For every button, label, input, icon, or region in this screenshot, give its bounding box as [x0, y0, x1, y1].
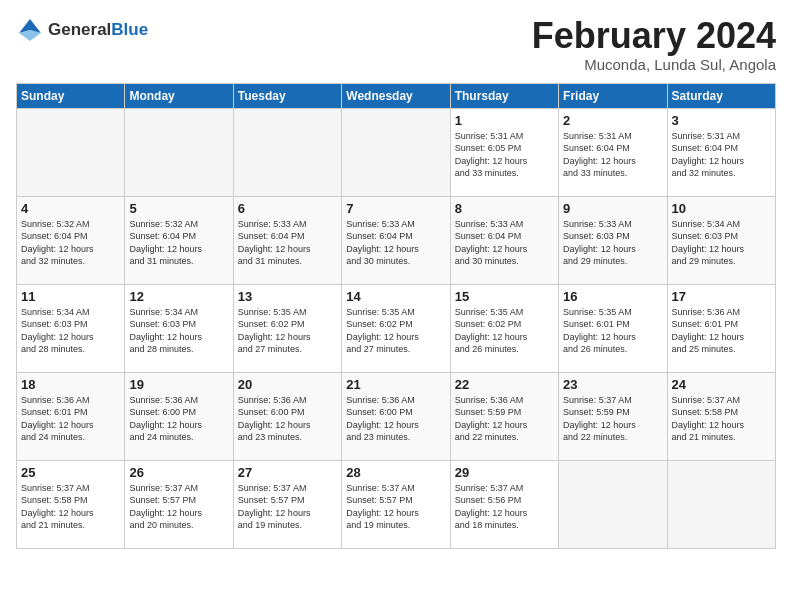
calendar-cell: 29Sunrise: 5:37 AM Sunset: 5:56 PM Dayli… [450, 460, 558, 548]
day-number: 13 [238, 289, 337, 304]
calendar-cell: 27Sunrise: 5:37 AM Sunset: 5:57 PM Dayli… [233, 460, 341, 548]
day-number: 12 [129, 289, 228, 304]
calendar-cell: 15Sunrise: 5:35 AM Sunset: 6:02 PM Dayli… [450, 284, 558, 372]
day-info: Sunrise: 5:36 AM Sunset: 6:00 PM Dayligh… [129, 394, 228, 444]
day-info: Sunrise: 5:36 AM Sunset: 6:00 PM Dayligh… [238, 394, 337, 444]
day-info: Sunrise: 5:34 AM Sunset: 6:03 PM Dayligh… [672, 218, 771, 268]
day-info: Sunrise: 5:33 AM Sunset: 6:04 PM Dayligh… [238, 218, 337, 268]
day-number: 20 [238, 377, 337, 392]
day-number: 8 [455, 201, 554, 216]
calendar-table: SundayMondayTuesdayWednesdayThursdayFrid… [16, 83, 776, 549]
title-block: February 2024 Muconda, Lunda Sul, Angola [532, 16, 776, 73]
calendar-cell [233, 108, 341, 196]
calendar-cell: 11Sunrise: 5:34 AM Sunset: 6:03 PM Dayli… [17, 284, 125, 372]
day-number: 5 [129, 201, 228, 216]
day-number: 9 [563, 201, 662, 216]
calendar-cell: 6Sunrise: 5:33 AM Sunset: 6:04 PM Daylig… [233, 196, 341, 284]
calendar-cell: 23Sunrise: 5:37 AM Sunset: 5:59 PM Dayli… [559, 372, 667, 460]
calendar-cell: 2Sunrise: 5:31 AM Sunset: 6:04 PM Daylig… [559, 108, 667, 196]
calendar-cell [559, 460, 667, 548]
calendar-cell: 17Sunrise: 5:36 AM Sunset: 6:01 PM Dayli… [667, 284, 775, 372]
day-info: Sunrise: 5:35 AM Sunset: 6:02 PM Dayligh… [238, 306, 337, 356]
day-info: Sunrise: 5:35 AM Sunset: 6:02 PM Dayligh… [346, 306, 445, 356]
calendar-cell: 5Sunrise: 5:32 AM Sunset: 6:04 PM Daylig… [125, 196, 233, 284]
day-number: 24 [672, 377, 771, 392]
day-number: 1 [455, 113, 554, 128]
day-number: 4 [21, 201, 120, 216]
calendar-cell: 7Sunrise: 5:33 AM Sunset: 6:04 PM Daylig… [342, 196, 450, 284]
calendar-cell: 1Sunrise: 5:31 AM Sunset: 6:05 PM Daylig… [450, 108, 558, 196]
calendar-cell: 28Sunrise: 5:37 AM Sunset: 5:57 PM Dayli… [342, 460, 450, 548]
day-info: Sunrise: 5:31 AM Sunset: 6:04 PM Dayligh… [672, 130, 771, 180]
day-number: 21 [346, 377, 445, 392]
day-info: Sunrise: 5:37 AM Sunset: 5:57 PM Dayligh… [238, 482, 337, 532]
day-header-sunday: Sunday [17, 83, 125, 108]
day-number: 2 [563, 113, 662, 128]
calendar-cell: 20Sunrise: 5:36 AM Sunset: 6:00 PM Dayli… [233, 372, 341, 460]
day-number: 29 [455, 465, 554, 480]
calendar-cell: 12Sunrise: 5:34 AM Sunset: 6:03 PM Dayli… [125, 284, 233, 372]
calendar-cell [125, 108, 233, 196]
day-info: Sunrise: 5:37 AM Sunset: 5:58 PM Dayligh… [672, 394, 771, 444]
logo: GeneralBlue [16, 16, 148, 44]
calendar-cell: 22Sunrise: 5:36 AM Sunset: 5:59 PM Dayli… [450, 372, 558, 460]
calendar-week-1: 1Sunrise: 5:31 AM Sunset: 6:05 PM Daylig… [17, 108, 776, 196]
calendar-cell: 3Sunrise: 5:31 AM Sunset: 6:04 PM Daylig… [667, 108, 775, 196]
day-number: 14 [346, 289, 445, 304]
day-number: 22 [455, 377, 554, 392]
day-number: 23 [563, 377, 662, 392]
day-info: Sunrise: 5:37 AM Sunset: 5:59 PM Dayligh… [563, 394, 662, 444]
day-header-tuesday: Tuesday [233, 83, 341, 108]
day-number: 6 [238, 201, 337, 216]
day-info: Sunrise: 5:37 AM Sunset: 5:57 PM Dayligh… [129, 482, 228, 532]
day-header-thursday: Thursday [450, 83, 558, 108]
calendar-cell: 13Sunrise: 5:35 AM Sunset: 6:02 PM Dayli… [233, 284, 341, 372]
day-header-saturday: Saturday [667, 83, 775, 108]
day-info: Sunrise: 5:35 AM Sunset: 6:02 PM Dayligh… [455, 306, 554, 356]
day-number: 18 [21, 377, 120, 392]
day-info: Sunrise: 5:32 AM Sunset: 6:04 PM Dayligh… [21, 218, 120, 268]
day-info: Sunrise: 5:37 AM Sunset: 5:56 PM Dayligh… [455, 482, 554, 532]
day-number: 27 [238, 465, 337, 480]
day-header-wednesday: Wednesday [342, 83, 450, 108]
calendar-week-2: 4Sunrise: 5:32 AM Sunset: 6:04 PM Daylig… [17, 196, 776, 284]
day-info: Sunrise: 5:31 AM Sunset: 6:05 PM Dayligh… [455, 130, 554, 180]
day-number: 3 [672, 113, 771, 128]
day-number: 10 [672, 201, 771, 216]
day-number: 25 [21, 465, 120, 480]
day-info: Sunrise: 5:33 AM Sunset: 6:04 PM Dayligh… [455, 218, 554, 268]
day-header-monday: Monday [125, 83, 233, 108]
calendar-cell: 18Sunrise: 5:36 AM Sunset: 6:01 PM Dayli… [17, 372, 125, 460]
day-info: Sunrise: 5:31 AM Sunset: 6:04 PM Dayligh… [563, 130, 662, 180]
calendar-week-5: 25Sunrise: 5:37 AM Sunset: 5:58 PM Dayli… [17, 460, 776, 548]
calendar-cell: 9Sunrise: 5:33 AM Sunset: 6:03 PM Daylig… [559, 196, 667, 284]
day-number: 7 [346, 201, 445, 216]
calendar-cell: 25Sunrise: 5:37 AM Sunset: 5:58 PM Dayli… [17, 460, 125, 548]
calendar-cell: 21Sunrise: 5:36 AM Sunset: 6:00 PM Dayli… [342, 372, 450, 460]
day-info: Sunrise: 5:34 AM Sunset: 6:03 PM Dayligh… [129, 306, 228, 356]
calendar-cell: 4Sunrise: 5:32 AM Sunset: 6:04 PM Daylig… [17, 196, 125, 284]
day-info: Sunrise: 5:36 AM Sunset: 6:00 PM Dayligh… [346, 394, 445, 444]
calendar-cell: 8Sunrise: 5:33 AM Sunset: 6:04 PM Daylig… [450, 196, 558, 284]
day-info: Sunrise: 5:33 AM Sunset: 6:04 PM Dayligh… [346, 218, 445, 268]
calendar-cell: 10Sunrise: 5:34 AM Sunset: 6:03 PM Dayli… [667, 196, 775, 284]
day-number: 15 [455, 289, 554, 304]
location-title: Muconda, Lunda Sul, Angola [532, 56, 776, 73]
calendar-cell [342, 108, 450, 196]
day-info: Sunrise: 5:36 AM Sunset: 6:01 PM Dayligh… [672, 306, 771, 356]
day-info: Sunrise: 5:37 AM Sunset: 5:58 PM Dayligh… [21, 482, 120, 532]
logo-icon [16, 16, 44, 44]
page-header: GeneralBlue February 2024 Muconda, Lunda… [16, 16, 776, 73]
month-title: February 2024 [532, 16, 776, 56]
day-info: Sunrise: 5:36 AM Sunset: 6:01 PM Dayligh… [21, 394, 120, 444]
day-info: Sunrise: 5:35 AM Sunset: 6:01 PM Dayligh… [563, 306, 662, 356]
day-info: Sunrise: 5:36 AM Sunset: 5:59 PM Dayligh… [455, 394, 554, 444]
day-number: 26 [129, 465, 228, 480]
calendar-cell: 19Sunrise: 5:36 AM Sunset: 6:00 PM Dayli… [125, 372, 233, 460]
calendar-cell [17, 108, 125, 196]
day-info: Sunrise: 5:37 AM Sunset: 5:57 PM Dayligh… [346, 482, 445, 532]
calendar-cell: 14Sunrise: 5:35 AM Sunset: 6:02 PM Dayli… [342, 284, 450, 372]
calendar-week-3: 11Sunrise: 5:34 AM Sunset: 6:03 PM Dayli… [17, 284, 776, 372]
logo-text: GeneralBlue [48, 20, 148, 40]
calendar-week-4: 18Sunrise: 5:36 AM Sunset: 6:01 PM Dayli… [17, 372, 776, 460]
